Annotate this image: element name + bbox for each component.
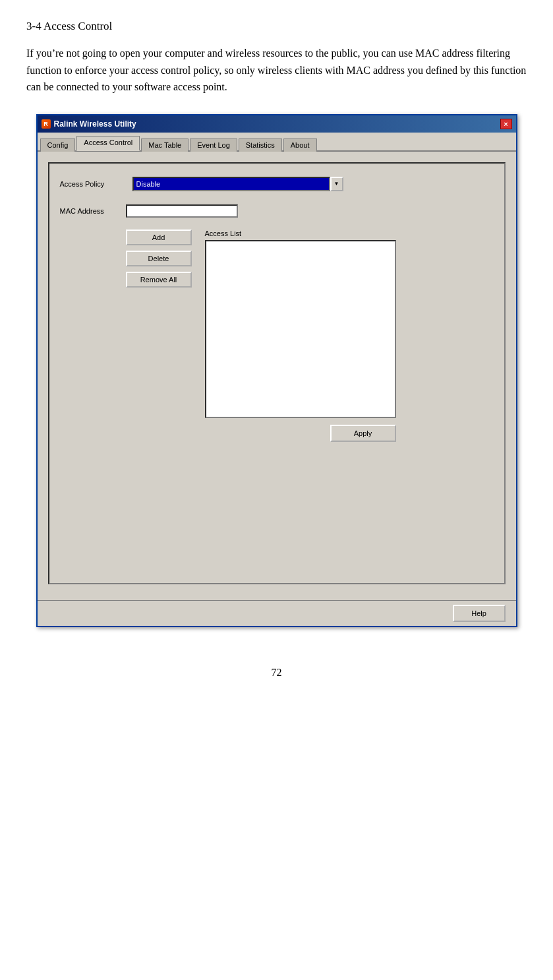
delete-button[interactable]: Delete	[126, 251, 192, 266]
apply-button[interactable]: Apply	[330, 425, 396, 442]
tab-access-control[interactable]: Access Control	[76, 136, 140, 151]
two-col-layout: Add Delete Remove All Access List Apply	[60, 230, 494, 442]
tab-bar: Config Access Control Mac Table Event Lo…	[38, 133, 516, 152]
action-buttons-col: Add Delete Remove All	[126, 230, 192, 442]
access-list-box[interactable]	[205, 240, 396, 418]
app-icon: R	[42, 119, 51, 129]
tab-mac-table[interactable]: Mac Table	[141, 138, 189, 152]
tab-event-log[interactable]: Event Log	[190, 138, 237, 152]
apply-btn-row: Apply	[205, 425, 396, 442]
help-button[interactable]: Help	[453, 605, 506, 622]
dialog-content: Access Policy Disable ▼ MAC Address Add …	[38, 152, 516, 600]
access-policy-dropdown-arrow[interactable]: ▼	[330, 177, 343, 191]
close-button[interactable]: ×	[500, 119, 512, 129]
access-policy-dropdown-container: Disable ▼	[132, 177, 343, 191]
access-policy-label: Access Policy	[60, 180, 126, 188]
tab-statistics[interactable]: Statistics	[239, 138, 282, 152]
page-number: 72	[26, 667, 527, 679]
mac-address-label: MAC Address	[60, 207, 126, 215]
access-policy-row: Access Policy Disable ▼	[60, 177, 494, 191]
page-body: If you’re not going to open your compute…	[26, 45, 527, 96]
dialog-title: Ralink Wireless Utility	[54, 119, 136, 129]
page-heading: 3-4 Access Control	[26, 20, 527, 33]
ralink-dialog: R Ralink Wireless Utility × Config Acces…	[36, 114, 517, 627]
mac-address-input[interactable]	[126, 204, 238, 218]
access-list-label: Access List	[205, 230, 242, 237]
tab-config[interactable]: Config	[40, 138, 76, 152]
titlebar-left: R Ralink Wireless Utility	[42, 119, 136, 129]
mac-address-row: MAC Address	[60, 204, 494, 218]
access-policy-value[interactable]: Disable	[132, 177, 330, 191]
add-button[interactable]: Add	[126, 230, 192, 245]
titlebar: R Ralink Wireless Utility ×	[38, 115, 516, 133]
dialog-bottom-bar: Help	[38, 600, 516, 626]
tab-about[interactable]: About	[283, 138, 317, 152]
inner-panel: Access Policy Disable ▼ MAC Address Add …	[48, 162, 506, 584]
access-list-col: Access List Apply	[205, 230, 494, 442]
remove-all-button[interactable]: Remove All	[126, 272, 192, 288]
